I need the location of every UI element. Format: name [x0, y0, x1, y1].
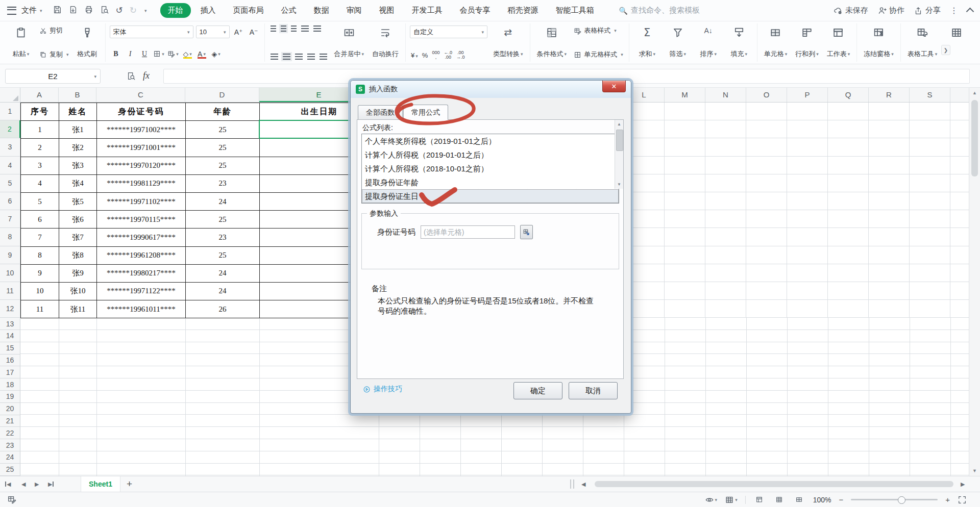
row-header-4[interactable]: 4 — [0, 157, 20, 174]
cut-button[interactable]: 剪切 — [38, 26, 70, 36]
table-cell[interactable]: 4 — [21, 175, 59, 193]
table-cell[interactable]: 25 — [186, 139, 260, 157]
ok-button[interactable]: 确定 — [513, 382, 562, 399]
font-color-icon[interactable]: A▾ — [195, 48, 208, 60]
table-cell[interactable]: 张3 — [59, 157, 97, 175]
row-header-10[interactable]: 10 — [0, 264, 20, 282]
justify-icon[interactable] — [307, 54, 315, 60]
menu-tab-智能工具箱[interactable]: 智能工具箱 — [548, 3, 602, 18]
column-header-D[interactable]: D — [185, 88, 259, 102]
row-header-15[interactable]: 15 — [0, 342, 20, 354]
cell-style-button[interactable]: 单元格样式▾ — [572, 49, 625, 60]
formula-listbox[interactable]: 个人年终奖所得税（2019-01-01之后）计算个人所得税（2019-01-01… — [361, 134, 619, 204]
table-cell[interactable]: ******19961208**** — [97, 247, 186, 265]
sort-button[interactable]: A↓ 排序▾ — [695, 24, 722, 61]
row-header-19[interactable]: 19 — [0, 391, 20, 403]
table-cell[interactable]: 张1 — [59, 121, 97, 139]
table-cell[interactable]: 张7 — [59, 229, 97, 246]
row-header-20[interactable]: 20 — [0, 403, 20, 415]
table-cell[interactable]: 张11 — [59, 300, 97, 318]
paste-button[interactable]: 粘贴▾ — [7, 24, 35, 61]
row-header-12[interactable]: 12 — [0, 300, 20, 318]
hamburger-menu-icon[interactable] — [7, 7, 16, 15]
fill-color-icon[interactable]: ◇▾ — [181, 48, 194, 60]
scroll-up-icon[interactable]: ▲ — [969, 88, 980, 98]
tabbar-splitter[interactable] — [570, 479, 574, 489]
row-header-14[interactable]: 14 — [0, 330, 20, 342]
export-button[interactable] — [68, 5, 78, 16]
listbox-scroll-down-icon[interactable]: ▼ — [615, 180, 623, 189]
menu-tab-数据[interactable]: 数据 — [306, 3, 337, 18]
row-header-9[interactable]: 9 — [0, 246, 20, 264]
row-header-17[interactable]: 17 — [0, 366, 20, 378]
table-cell[interactable]: 25 — [186, 211, 260, 229]
align-bottom-icon[interactable] — [291, 26, 297, 32]
table-cell[interactable]: ******19970115**** — [97, 211, 186, 229]
page-layout-view-icon[interactable] — [773, 494, 786, 505]
table-style-button[interactable]: 表格样式▾ — [572, 26, 625, 36]
align-top-icon[interactable] — [271, 26, 276, 32]
menu-tab-稻壳资源[interactable]: 稻壳资源 — [500, 3, 546, 18]
table-cell[interactable]: 2 — [21, 139, 59, 157]
table-cell[interactable]: 24 — [186, 283, 260, 300]
dialog-title-bar[interactable]: S 插入函数 — [351, 81, 631, 98]
id-number-input[interactable] — [421, 225, 515, 239]
column-header-O[interactable]: O — [746, 88, 787, 102]
share-button[interactable]: 分享 — [914, 6, 941, 15]
row-header-13[interactable]: 13 — [0, 318, 20, 330]
formula-item[interactable]: 计算个人所得税（2018-10-01之前） — [362, 162, 619, 175]
table-cell[interactable]: 张4 — [59, 175, 97, 193]
column-header-C[interactable]: C — [96, 88, 185, 102]
table-cell[interactable]: ******19961011**** — [97, 300, 186, 318]
align-left-icon[interactable] — [271, 54, 278, 60]
filter-button[interactable]: 筛选▾ — [664, 24, 692, 61]
file-menu[interactable]: 文件▾ — [21, 6, 42, 15]
table-cell[interactable]: 24 — [186, 265, 260, 283]
table-tools-extra-icon[interactable] — [943, 24, 970, 61]
font-size-select[interactable]: 10▾ — [196, 26, 230, 38]
vertical-scroll-thumb[interactable] — [971, 100, 978, 176]
formula-item[interactable]: 计算个人所得税（2019-01-01之后） — [362, 148, 619, 162]
tab-all-functions[interactable]: 全部函数 — [358, 105, 403, 119]
grid-below-left[interactable] — [20, 318, 379, 476]
table-cell[interactable]: 25 — [186, 121, 260, 139]
unsaved-status[interactable]: 未保存 — [834, 6, 868, 15]
column-header-M[interactable]: M — [665, 88, 705, 102]
table-cell[interactable]: 张5 — [59, 193, 97, 211]
table-cell[interactable]: 张10 — [59, 283, 97, 300]
cancel-button[interactable]: 取消 — [569, 382, 618, 399]
column-header-N[interactable]: N — [705, 88, 746, 102]
sum-button[interactable]: Σ 求和▾ — [633, 24, 661, 61]
decrease-decimal-icon[interactable]: .00→.0 — [456, 50, 465, 60]
table-cell[interactable]: 5 — [21, 193, 59, 211]
table-cell[interactable]: 24 — [186, 193, 260, 211]
menu-tab-公式[interactable]: 公式 — [274, 3, 304, 18]
table-cell[interactable]: ******19971122**** — [97, 283, 186, 300]
cell-picker-button[interactable] — [520, 225, 533, 239]
select-all-corner[interactable] — [0, 88, 20, 103]
row-header-21[interactable]: 21 — [0, 415, 20, 427]
scroll-down-icon[interactable]: ▼ — [969, 466, 980, 476]
align-middle-icon[interactable] — [281, 26, 286, 32]
dialog-close-button[interactable]: ✕ — [602, 81, 626, 92]
table-cell[interactable]: 6 — [21, 211, 59, 229]
normal-view-icon[interactable] — [753, 494, 766, 505]
table-cell[interactable]: 1 — [21, 121, 59, 139]
table-cell[interactable]: ******19971102**** — [97, 193, 186, 211]
table-cell[interactable]: 11 — [21, 300, 59, 318]
hscroll-left-icon[interactable]: ◀ — [581, 476, 585, 492]
row-header-2[interactable]: 2 — [0, 120, 20, 138]
row-header-6[interactable]: 6 — [0, 192, 20, 210]
draw-border-icon[interactable]: ▾ — [167, 48, 180, 60]
column-header-S[interactable]: S — [910, 88, 950, 102]
column-header-A[interactable]: A — [20, 88, 59, 102]
increase-font-icon[interactable]: A⁺ — [232, 26, 245, 38]
hscroll-right-icon[interactable]: ▶ — [961, 476, 965, 492]
menu-tab-插入[interactable]: 插入 — [193, 3, 224, 18]
zoom-out-icon[interactable]: − — [839, 495, 843, 504]
freeze-panes-button[interactable]: 冻结窗格▾ — [861, 24, 896, 61]
menu-tab-视图[interactable]: 视图 — [372, 3, 402, 18]
zoom-slider[interactable] — [851, 499, 938, 500]
table-cell[interactable]: 张6 — [59, 211, 97, 229]
vertical-scrollbar[interactable]: ▲ ▼ — [969, 88, 980, 476]
